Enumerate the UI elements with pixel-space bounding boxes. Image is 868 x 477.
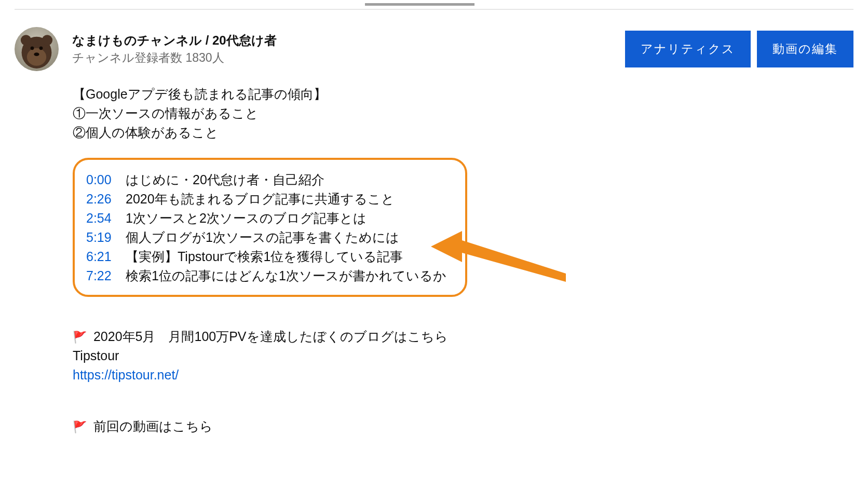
channel-name[interactable]: なまけものチャンネル / 20代怠け者: [72, 32, 277, 48]
subscriber-count: チャンネル登録者数 1830人: [72, 50, 277, 66]
chapter-label: 【実例】Tipstourで検索1位を獲得している記事: [126, 247, 403, 266]
description-point-1: ①一次ソースの情報があること: [73, 104, 853, 123]
chapter-timestamp[interactable]: 2:26: [86, 189, 113, 209]
chapter-timestamp[interactable]: 2:54: [86, 209, 113, 228]
description-title: 【Googleアプデ後も読まれる記事の傾向】: [73, 85, 853, 104]
channel-header: なまけものチャンネル / 20代怠け者 チャンネル登録者数 1830人 アナリテ…: [15, 27, 853, 71]
previous-video-section: 🚩 前回の動画はこちら: [73, 417, 853, 436]
blog-link[interactable]: https://tipstour.net/: [73, 365, 853, 385]
channel-avatar[interactable]: [15, 27, 59, 71]
svg-point-3: [21, 35, 31, 45]
active-tab-indicator: [365, 3, 474, 6]
svg-point-7: [34, 52, 39, 56]
blog-promo-headline-row: 🚩 2020年5月 月間100万PVを達成したぼくのブログはこちら: [73, 327, 853, 346]
chapter-row: 2:26 2020年も読まれるブログ記事に共通すること: [86, 189, 454, 209]
chapter-row: 6:21 【実例】Tipstourで検索1位を獲得している記事: [86, 247, 454, 266]
edit-video-button[interactable]: 動画の編集: [757, 31, 853, 67]
chapter-timestamp[interactable]: 0:00: [86, 170, 113, 189]
svg-point-4: [42, 35, 52, 45]
chapter-row: 0:00 はじめに・20代怠け者・自己紹介: [86, 170, 454, 189]
svg-marker-8: [431, 231, 566, 282]
header-buttons: アナリティクス 動画の編集: [625, 31, 853, 67]
chapters-highlight-box: 0:00 はじめに・20代怠け者・自己紹介 2:26 2020年も読まれるブログ…: [73, 158, 467, 297]
svg-point-6: [39, 46, 43, 50]
svg-point-2: [27, 48, 46, 66]
chapter-timestamp[interactable]: 5:19: [86, 228, 113, 247]
description-point-2: ②個人の体験があること: [73, 123, 853, 142]
avatar-image: [15, 27, 59, 71]
flag-icon: 🚩: [73, 420, 87, 433]
svg-point-5: [31, 46, 34, 50]
blog-name: Tipstour: [73, 346, 853, 365]
channel-info: なまけものチャンネル / 20代怠け者 チャンネル登録者数 1830人: [72, 32, 277, 65]
chapter-row: 2:54 1次ソースと2次ソースのブログ記事とは: [86, 209, 454, 228]
annotation-arrow-icon: [431, 231, 566, 288]
chapter-row: 5:19 個人ブログが1次ソースの記事を書くためには: [86, 228, 454, 247]
previous-video-label: 前回の動画はこちら: [93, 419, 213, 433]
chapter-label: 個人ブログが1次ソースの記事を書くためには: [126, 228, 399, 247]
chapter-label: 2020年も読まれるブログ記事に共通すること: [126, 189, 395, 209]
top-divider: [15, 9, 853, 10]
chapter-label: はじめに・20代怠け者・自己紹介: [126, 170, 324, 189]
chapter-label: 1次ソースと2次ソースのブログ記事とは: [126, 209, 367, 228]
chapter-row: 7:22 検索1位の記事にはどんな1次ソースが書かれているか: [86, 266, 454, 285]
chapter-label: 検索1位の記事にはどんな1次ソースが書かれているか: [126, 266, 446, 285]
blog-promo-section: 🚩 2020年5月 月間100万PVを達成したぼくのブログはこちら Tipsto…: [73, 327, 853, 385]
flag-icon: 🚩: [73, 331, 87, 344]
chapter-timestamp[interactable]: 7:22: [86, 266, 113, 285]
analytics-button[interactable]: アナリティクス: [625, 31, 751, 67]
blog-promo-headline: 2020年5月 月間100万PVを達成したぼくのブログはこちら: [93, 329, 448, 344]
chapter-timestamp[interactable]: 6:21: [86, 247, 113, 266]
